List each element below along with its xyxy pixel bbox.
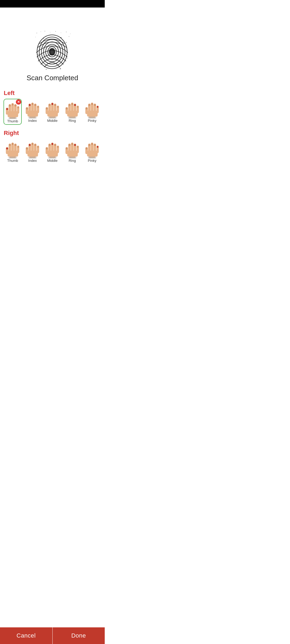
svg-rect-58: [49, 104, 50, 106]
svg-point-7: [66, 32, 67, 32]
svg-rect-114: [34, 144, 36, 146]
svg-rect-119: [48, 157, 56, 159]
finger-label-right-thumb: Thumb: [7, 159, 18, 163]
finger-icon-left-index: [25, 100, 40, 118]
svg-rect-73: [71, 103, 73, 105]
svg-rect-125: [52, 143, 53, 145]
svg-point-23: [67, 58, 68, 59]
svg-point-10: [69, 36, 70, 37]
finger-label-left-middle: Middle: [47, 119, 57, 123]
svg-rect-34: [12, 104, 14, 105]
finger-label-left-pinky: Pinky: [88, 119, 96, 123]
svg-rect-145: [88, 157, 96, 159]
finger-item-left-pinky[interactable]: Pinky: [83, 99, 101, 124]
right-fingers-row: ThumbIndexMiddleRingPinky: [3, 139, 102, 164]
finger-label-right-middle: Middle: [47, 159, 57, 163]
svg-rect-54: [48, 117, 56, 119]
svg-rect-36: [15, 104, 16, 106]
svg-rect-28: [9, 117, 17, 119]
right-section-label: Right: [3, 130, 102, 137]
svg-rect-93: [9, 157, 17, 159]
svg-rect-99: [12, 143, 14, 145]
finger-label-right-ring: Ring: [69, 159, 76, 163]
svg-point-4: [50, 32, 50, 32]
svg-rect-88: [94, 104, 96, 106]
svg-rect-38: [17, 107, 19, 108]
finger-label-right-index: Index: [28, 159, 37, 163]
svg-rect-84: [88, 104, 90, 106]
finger-item-left-middle[interactable]: Middle: [43, 99, 61, 124]
fingerprint-svg: [31, 29, 73, 71]
svg-rect-47: [32, 103, 34, 105]
main-content: Scan Completed Left ✕ThumbIndexMiddleRin…: [0, 8, 105, 190]
svg-rect-97: [9, 144, 11, 146]
svg-rect-64: [57, 106, 59, 108]
finger-label-right-pinky: Pinky: [88, 159, 96, 163]
svg-point-5: [55, 31, 56, 32]
svg-rect-30: [6, 108, 8, 110]
finger-item-right-thumb[interactable]: Thumb: [3, 139, 22, 164]
svg-rect-116: [37, 146, 39, 148]
svg-rect-43: [26, 108, 28, 109]
finger-item-right-pinky[interactable]: Pinky: [83, 139, 101, 164]
svg-rect-41: [28, 117, 37, 119]
svg-rect-95: [6, 148, 8, 149]
fingerprint-image: [31, 29, 73, 71]
finger-item-right-middle[interactable]: Middle: [43, 139, 61, 164]
svg-rect-138: [71, 143, 73, 145]
finger-item-left-ring[interactable]: Ring: [63, 99, 81, 124]
left-section: Left ✕ThumbIndexMiddleRingPinky: [0, 90, 105, 130]
svg-rect-134: [66, 148, 68, 149]
svg-rect-60: [52, 103, 53, 105]
svg-rect-108: [26, 148, 28, 149]
svg-rect-80: [88, 117, 96, 119]
status-bar: [0, 0, 105, 8]
finger-item-left-index[interactable]: Index: [23, 99, 42, 124]
svg-point-18: [49, 48, 55, 56]
left-section-label: Left: [3, 90, 102, 97]
svg-point-3: [45, 31, 45, 32]
svg-rect-49: [34, 104, 36, 106]
finger-item-right-index[interactable]: Index: [23, 139, 42, 164]
svg-point-21: [66, 42, 67, 43]
svg-point-2: [41, 31, 41, 32]
svg-rect-103: [17, 146, 19, 148]
svg-point-9: [35, 37, 36, 37]
finger-label-left-index: Index: [28, 119, 37, 123]
svg-rect-62: [54, 104, 56, 106]
finger-item-left-thumb[interactable]: ✕Thumb: [3, 99, 22, 125]
svg-rect-136: [68, 144, 70, 146]
finger-icon-right-index: [25, 140, 40, 158]
svg-point-6: [61, 32, 61, 33]
svg-rect-67: [68, 117, 76, 119]
svg-rect-140: [74, 144, 76, 146]
svg-rect-147: [86, 148, 88, 149]
svg-rect-127: [54, 144, 56, 146]
svg-rect-69: [66, 108, 68, 109]
right-section: Right ThumbIndexMiddleRingPinky: [0, 130, 105, 169]
svg-rect-110: [29, 144, 31, 146]
svg-rect-112: [32, 143, 34, 145]
svg-rect-90: [97, 106, 99, 108]
fingerprint-section: Scan Completed: [27, 8, 78, 90]
scan-completed-text: Scan Completed: [27, 74, 78, 82]
svg-rect-77: [77, 106, 79, 108]
svg-point-20: [60, 37, 61, 38]
svg-rect-132: [68, 157, 76, 159]
finger-icon-right-pinky: [85, 140, 100, 158]
finger-label-left-thumb: Thumb: [7, 119, 18, 123]
svg-point-1: [37, 33, 37, 34]
finger-icon-left-middle: [45, 100, 60, 118]
close-badge[interactable]: ✕: [16, 99, 21, 105]
svg-rect-151: [91, 143, 93, 145]
svg-rect-106: [28, 157, 37, 159]
svg-rect-32: [9, 104, 11, 106]
svg-rect-142: [77, 146, 79, 148]
svg-point-19: [43, 38, 44, 39]
svg-rect-45: [29, 104, 31, 106]
svg-rect-153: [94, 144, 96, 146]
svg-rect-75: [74, 104, 76, 106]
svg-rect-86: [91, 103, 93, 105]
svg-rect-129: [57, 146, 59, 148]
finger-item-right-ring[interactable]: Ring: [63, 139, 81, 164]
